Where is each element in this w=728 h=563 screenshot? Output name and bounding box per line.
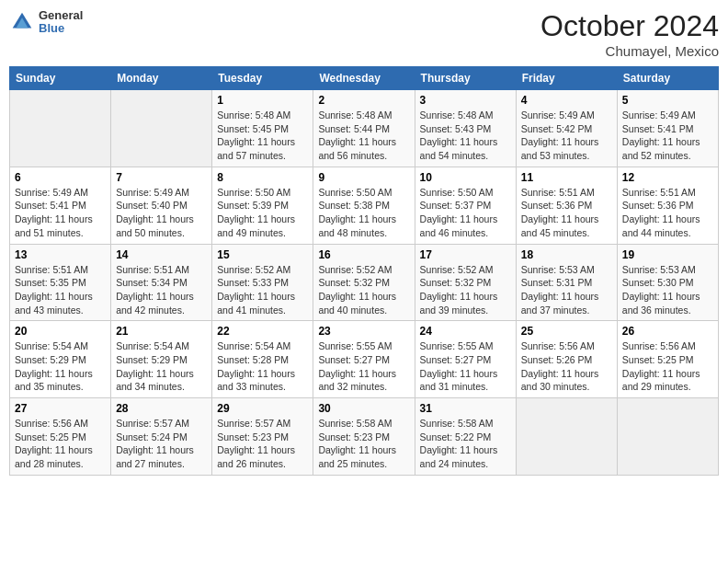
day-info: Sunrise: 5:51 AMSunset: 5:34 PMDaylight:… xyxy=(116,263,207,317)
day-info: Sunrise: 5:57 AMSunset: 5:23 PMDaylight:… xyxy=(217,417,308,471)
calendar-cell: 14Sunrise: 5:51 AMSunset: 5:34 PMDayligh… xyxy=(111,244,212,321)
logo-icon xyxy=(9,9,35,35)
weekday-header-cell: Friday xyxy=(516,67,617,90)
location: Chumayel, Mexico xyxy=(540,43,719,59)
calendar-cell: 30Sunrise: 5:58 AMSunset: 5:23 PMDayligh… xyxy=(313,398,415,476)
day-number: 1 xyxy=(217,94,308,107)
day-number: 29 xyxy=(217,402,308,415)
calendar-cell: 16Sunrise: 5:52 AMSunset: 5:32 PMDayligh… xyxy=(313,244,415,321)
day-info: Sunrise: 5:49 AMSunset: 5:42 PMDaylight:… xyxy=(521,109,612,163)
day-number: 10 xyxy=(420,171,511,184)
day-number: 3 xyxy=(420,94,511,107)
day-info: Sunrise: 5:55 AMSunset: 5:27 PMDaylight:… xyxy=(318,339,409,394)
calendar-cell: 5Sunrise: 5:49 AMSunset: 5:41 PMDaylight… xyxy=(617,90,718,167)
day-info: Sunrise: 5:51 AMSunset: 5:35 PMDaylight:… xyxy=(15,263,106,317)
day-info: Sunrise: 5:48 AMSunset: 5:45 PMDaylight:… xyxy=(217,109,308,163)
calendar-cell: 25Sunrise: 5:56 AMSunset: 5:26 PMDayligh… xyxy=(516,321,617,398)
calendar-cell: 21Sunrise: 5:54 AMSunset: 5:29 PMDayligh… xyxy=(111,321,212,398)
day-info: Sunrise: 5:54 AMSunset: 5:29 PMDaylight:… xyxy=(15,339,106,394)
calendar-table: SundayMondayTuesdayWednesdayThursdayFrid… xyxy=(9,66,719,476)
day-info: Sunrise: 5:52 AMSunset: 5:32 PMDaylight:… xyxy=(420,263,511,317)
calendar-cell: 7Sunrise: 5:49 AMSunset: 5:40 PMDaylight… xyxy=(111,167,212,244)
day-number: 14 xyxy=(116,248,207,261)
day-info: Sunrise: 5:53 AMSunset: 5:31 PMDaylight:… xyxy=(521,263,612,317)
logo-text: General Blue xyxy=(39,9,83,36)
day-number: 20 xyxy=(15,325,106,338)
day-info: Sunrise: 5:52 AMSunset: 5:32 PMDaylight:… xyxy=(318,263,409,317)
day-number: 26 xyxy=(622,325,713,338)
day-number: 23 xyxy=(318,325,409,338)
day-number: 30 xyxy=(318,402,409,415)
day-info: Sunrise: 5:49 AMSunset: 5:41 PMDaylight:… xyxy=(15,186,106,240)
logo: General Blue xyxy=(9,9,83,36)
calendar-cell: 18Sunrise: 5:53 AMSunset: 5:31 PMDayligh… xyxy=(516,244,617,321)
weekday-header-cell: Wednesday xyxy=(313,67,415,90)
day-number: 17 xyxy=(420,248,511,261)
day-info: Sunrise: 5:52 AMSunset: 5:33 PMDaylight:… xyxy=(217,263,308,317)
weekday-header-cell: Thursday xyxy=(415,67,516,90)
day-number: 12 xyxy=(622,171,713,184)
day-info: Sunrise: 5:53 AMSunset: 5:30 PMDaylight:… xyxy=(622,263,713,317)
calendar-cell: 31Sunrise: 5:58 AMSunset: 5:22 PMDayligh… xyxy=(415,398,516,476)
day-number: 13 xyxy=(15,248,106,261)
day-number: 31 xyxy=(420,402,511,415)
day-number: 5 xyxy=(622,94,713,107)
day-info: Sunrise: 5:56 AMSunset: 5:25 PMDaylight:… xyxy=(622,339,713,394)
weekday-header-cell: Saturday xyxy=(617,67,718,90)
calendar-cell: 9Sunrise: 5:50 AMSunset: 5:38 PMDaylight… xyxy=(313,167,415,244)
calendar-cell: 23Sunrise: 5:55 AMSunset: 5:27 PMDayligh… xyxy=(313,321,415,398)
day-number: 18 xyxy=(521,248,612,261)
day-number: 6 xyxy=(15,171,106,184)
calendar-cell: 10Sunrise: 5:50 AMSunset: 5:37 PMDayligh… xyxy=(415,167,516,244)
calendar-cell: 29Sunrise: 5:57 AMSunset: 5:23 PMDayligh… xyxy=(212,398,313,476)
day-number: 16 xyxy=(318,248,409,261)
logo-line1: General xyxy=(39,9,83,22)
day-info: Sunrise: 5:54 AMSunset: 5:29 PMDaylight:… xyxy=(116,339,207,394)
weekday-header-row: SundayMondayTuesdayWednesdayThursdayFrid… xyxy=(10,67,719,90)
day-number: 22 xyxy=(217,325,308,338)
calendar-cell: 19Sunrise: 5:53 AMSunset: 5:30 PMDayligh… xyxy=(617,244,718,321)
calendar-week-row: 13Sunrise: 5:51 AMSunset: 5:35 PMDayligh… xyxy=(10,244,719,321)
day-number: 27 xyxy=(15,402,106,415)
header: General Blue October 2024 Chumayel, Mexi… xyxy=(9,9,719,59)
calendar-cell: 12Sunrise: 5:51 AMSunset: 5:36 PMDayligh… xyxy=(617,167,718,244)
day-info: Sunrise: 5:56 AMSunset: 5:25 PMDaylight:… xyxy=(15,417,106,471)
day-number: 9 xyxy=(318,171,409,184)
day-info: Sunrise: 5:55 AMSunset: 5:27 PMDaylight:… xyxy=(420,339,511,394)
calendar-cell: 22Sunrise: 5:54 AMSunset: 5:28 PMDayligh… xyxy=(212,321,313,398)
calendar-body: 1Sunrise: 5:48 AMSunset: 5:45 PMDaylight… xyxy=(10,90,719,476)
calendar-cell: 1Sunrise: 5:48 AMSunset: 5:45 PMDaylight… xyxy=(212,90,313,167)
day-number: 2 xyxy=(318,94,409,107)
calendar-cell: 27Sunrise: 5:56 AMSunset: 5:25 PMDayligh… xyxy=(10,398,111,476)
calendar-cell: 20Sunrise: 5:54 AMSunset: 5:29 PMDayligh… xyxy=(10,321,111,398)
calendar-cell xyxy=(617,398,718,476)
day-info: Sunrise: 5:54 AMSunset: 5:28 PMDaylight:… xyxy=(217,339,308,394)
title-area: October 2024 Chumayel, Mexico xyxy=(540,9,719,59)
day-number: 8 xyxy=(217,171,308,184)
day-number: 15 xyxy=(217,248,308,261)
calendar-cell xyxy=(111,90,212,167)
day-info: Sunrise: 5:57 AMSunset: 5:24 PMDaylight:… xyxy=(116,417,207,471)
calendar-week-row: 6Sunrise: 5:49 AMSunset: 5:41 PMDaylight… xyxy=(10,167,719,244)
calendar-cell: 28Sunrise: 5:57 AMSunset: 5:24 PMDayligh… xyxy=(111,398,212,476)
calendar-cell: 26Sunrise: 5:56 AMSunset: 5:25 PMDayligh… xyxy=(617,321,718,398)
day-info: Sunrise: 5:49 AMSunset: 5:40 PMDaylight:… xyxy=(116,186,207,240)
calendar-cell: 4Sunrise: 5:49 AMSunset: 5:42 PMDaylight… xyxy=(516,90,617,167)
calendar-cell: 15Sunrise: 5:52 AMSunset: 5:33 PMDayligh… xyxy=(212,244,313,321)
day-info: Sunrise: 5:58 AMSunset: 5:22 PMDaylight:… xyxy=(420,417,511,471)
day-info: Sunrise: 5:50 AMSunset: 5:39 PMDaylight:… xyxy=(217,186,308,240)
day-number: 25 xyxy=(521,325,612,338)
calendar-cell: 24Sunrise: 5:55 AMSunset: 5:27 PMDayligh… xyxy=(415,321,516,398)
calendar-cell: 17Sunrise: 5:52 AMSunset: 5:32 PMDayligh… xyxy=(415,244,516,321)
day-number: 11 xyxy=(521,171,612,184)
calendar-cell: 11Sunrise: 5:51 AMSunset: 5:36 PMDayligh… xyxy=(516,167,617,244)
day-number: 21 xyxy=(116,325,207,338)
calendar-cell: 6Sunrise: 5:49 AMSunset: 5:41 PMDaylight… xyxy=(10,167,111,244)
weekday-header-cell: Tuesday xyxy=(212,67,313,90)
calendar-cell: 13Sunrise: 5:51 AMSunset: 5:35 PMDayligh… xyxy=(10,244,111,321)
day-info: Sunrise: 5:51 AMSunset: 5:36 PMDaylight:… xyxy=(521,186,612,240)
day-info: Sunrise: 5:48 AMSunset: 5:43 PMDaylight:… xyxy=(420,109,511,163)
calendar-week-row: 20Sunrise: 5:54 AMSunset: 5:29 PMDayligh… xyxy=(10,321,719,398)
calendar-week-row: 27Sunrise: 5:56 AMSunset: 5:25 PMDayligh… xyxy=(10,398,719,476)
calendar-week-row: 1Sunrise: 5:48 AMSunset: 5:45 PMDaylight… xyxy=(10,90,719,167)
